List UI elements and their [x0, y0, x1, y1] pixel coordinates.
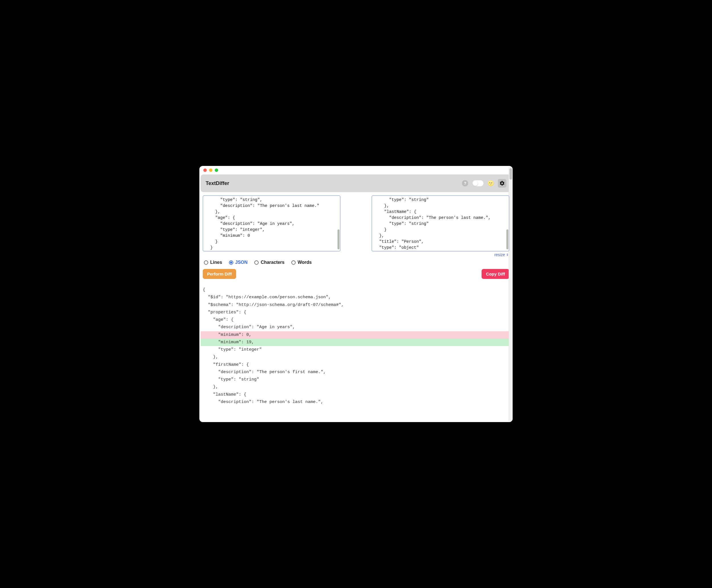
action-buttons: Perform Diff Copy Diff [201, 269, 511, 283]
copy-diff-button[interactable]: Copy Diff [482, 269, 509, 279]
help-icon[interactable]: ? [462, 180, 468, 186]
theme-toggle[interactable] [472, 180, 484, 186]
resize-label: resize [494, 252, 505, 257]
radio-circle-icon [204, 260, 208, 265]
window-titlebar [199, 166, 513, 174]
right-editor[interactable]: "type": "string" }, "lastName": { "descr… [372, 195, 509, 251]
right-editor-scrollbar[interactable] [506, 229, 508, 249]
diff-line-ctx: "description": "The person's last name."… [201, 398, 511, 406]
resize-handle[interactable]: resize ⇕ [494, 252, 509, 257]
diff-line-ctx: "description": "Age in years", [201, 323, 511, 331]
diff-line-ctx: }, [201, 354, 511, 361]
minimize-window-button[interactable] [209, 168, 212, 172]
diff-line-ctx: "properties": { [201, 309, 511, 316]
window-scrollbar[interactable] [509, 167, 513, 421]
right-editor-text[interactable]: "type": "string" }, "lastName": { "descr… [372, 196, 509, 251]
settings-button[interactable] [498, 179, 506, 188]
mode-radio-words[interactable]: Words [291, 260, 311, 265]
mode-label: Lines [210, 260, 222, 265]
app-window: TextDiffer ? 🌝 "type": "string", "descri… [199, 166, 513, 422]
diff-line-ctx: { [201, 286, 511, 294]
header-actions: ? 🌝 [462, 179, 506, 188]
diff-line-ctx: }, [201, 383, 511, 391]
diff-output: { "$id": "https://example.com/person.sch… [201, 283, 511, 421]
diff-line-ctx: "age": { [201, 316, 511, 323]
mode-radio-lines[interactable]: Lines [204, 260, 222, 265]
diff-line-add: "minimum": 19, [201, 339, 511, 346]
window-scrollbar-thumb[interactable] [509, 168, 512, 180]
diff-line-ctx: "lastName": { [201, 391, 511, 398]
left-editor-scrollbar[interactable] [338, 229, 340, 249]
mode-radio-json[interactable]: JSON [229, 260, 248, 265]
diff-line-ctx: "$schema": "http://json-schema.org/draft… [201, 301, 511, 309]
content-area: TextDiffer ? 🌝 "type": "string", "descri… [199, 174, 513, 422]
mode-label: JSON [235, 260, 248, 265]
app-header: TextDiffer ? 🌝 [201, 174, 511, 192]
theme-emoji-icon: 🌝 [488, 180, 494, 186]
maximize-window-button[interactable] [215, 168, 218, 172]
left-editor-text[interactable]: "type": "string", "description": "The pe… [203, 196, 340, 251]
diff-line-ctx: "$id": "https://example.com/person.schem… [201, 294, 511, 301]
editor-panes: "type": "string", "description": "The pe… [201, 195, 511, 251]
mode-label: Words [298, 260, 311, 265]
diff-line-ctx: "type": "integer" [201, 346, 511, 354]
mode-label: Characters [261, 260, 285, 265]
perform-diff-button[interactable]: Perform Diff [203, 269, 236, 279]
diff-line-del: "minimum": 0, [201, 331, 511, 339]
radio-circle-icon [229, 260, 233, 265]
toggle-knob [473, 181, 478, 186]
diff-line-ctx: "firstName": { [201, 361, 511, 369]
close-window-button[interactable] [203, 168, 207, 172]
radio-circle-icon [254, 260, 259, 265]
left-editor[interactable]: "type": "string", "description": "The pe… [203, 195, 340, 251]
diff-line-ctx: "description": "The person's first name.… [201, 369, 511, 376]
resize-row: resize ⇕ [201, 251, 511, 257]
diff-line-ctx: "type": "string" [201, 376, 511, 383]
diff-mode-selector: LinesJSONCharactersWords [201, 257, 511, 269]
radio-circle-icon [291, 260, 296, 265]
mode-radio-characters[interactable]: Characters [254, 260, 285, 265]
app-title: TextDiffer [206, 181, 229, 186]
resize-chevron-icon: ⇕ [506, 253, 509, 256]
gear-icon [499, 181, 505, 186]
